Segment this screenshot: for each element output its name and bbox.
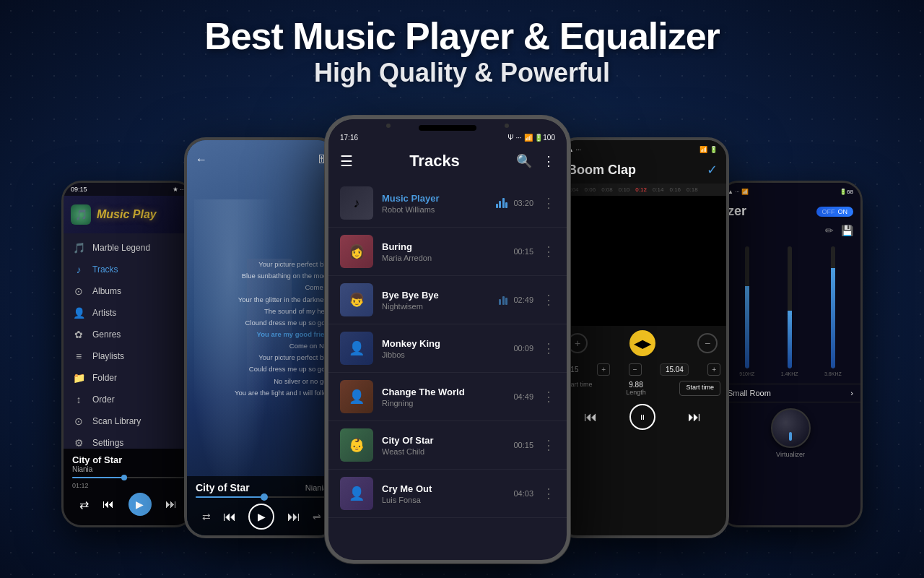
play-button[interactable]: ▶ xyxy=(128,493,152,516)
track-more-4[interactable]: ⋮ xyxy=(542,340,555,356)
search-icon[interactable]: 🔍 xyxy=(516,153,532,169)
sidebar-item-scan[interactable]: ⊙ Scan Library xyxy=(64,410,193,432)
back-button[interactable]: ← xyxy=(196,153,207,166)
next-button[interactable]: ⏭ xyxy=(165,498,177,511)
track-more-2[interactable]: ⋮ xyxy=(542,243,555,259)
slider-thumb-2 xyxy=(788,311,792,315)
scan-icon: ⊙ xyxy=(72,415,85,427)
track-thumb-6: 👶 xyxy=(340,428,373,462)
sidebar-item-albums[interactable]: ⊙ Albums xyxy=(64,280,193,302)
eq-bars-small xyxy=(499,295,507,305)
phone4-status-bar: ▲ ··· 📶 🔋 xyxy=(559,140,726,159)
eq-action-icons: ✏ 💾 xyxy=(720,222,860,239)
time-labels: Start time 9.88 Length Start time xyxy=(559,379,726,398)
sidebar-item-order[interactable]: ↕ Order xyxy=(64,389,193,410)
slider-track-3[interactable] xyxy=(831,246,835,368)
zoom-in-button[interactable]: + xyxy=(567,333,588,353)
preset-chevron-icon: › xyxy=(850,389,853,397)
track-item-5[interactable]: 👤 Change The World Ringning 04:49 ⋮ xyxy=(328,373,567,421)
phone5-status-bar: ▲ ··· 📶 🔋68 xyxy=(720,183,860,201)
main-title: Best Music Player & Equalizer xyxy=(0,14,924,58)
slider-track-2[interactable] xyxy=(788,246,792,368)
prev-button[interactable]: ⏮ xyxy=(103,498,114,511)
hamburger-menu-icon[interactable]: ☰ xyxy=(340,152,353,170)
sidebar-item-tracks[interactable]: ♪ Tracks xyxy=(64,259,193,280)
progress-bar[interactable] xyxy=(72,477,184,478)
track-item-2[interactable]: 👩 Buring Maria Arredon 00:15 ⋮ xyxy=(328,228,567,276)
track-more-3[interactable]: ⋮ xyxy=(542,292,555,308)
track-item-7[interactable]: 👤 Cry Me Out Luis Fonsa 04:03 ⋮ xyxy=(328,470,567,518)
repeat-button[interactable]: ⇄ xyxy=(79,498,89,512)
eq-slider-3_6khz: 3.6KHZ xyxy=(824,246,842,376)
phone-equalizer: ▲ ··· 📶 🔋68 zer OFF ON ✏ 💾 910HZ xyxy=(718,181,863,527)
add-end-time-btn[interactable]: + xyxy=(707,363,720,376)
eq-freq-label-1: 910HZ xyxy=(739,371,754,376)
end-time-input[interactable] xyxy=(660,363,689,376)
minus-time-btn[interactable]: − xyxy=(629,363,642,376)
edit-preset-icon[interactable]: ✏ xyxy=(825,225,834,236)
eq-preset-selector[interactable]: Small Room › xyxy=(720,384,860,402)
phone-tracks: 17:16 Ψ ··· 📶 🔋100 ☰ Tracks 🔍 ⋮ ♪ Music … xyxy=(325,116,570,564)
virtualizer-label: Virtualizer xyxy=(776,451,805,458)
phone1-status-bar: 09:15 ★ ··· xyxy=(64,183,193,196)
slider-track-1[interactable] xyxy=(745,246,749,368)
virtualizer-knob[interactable] xyxy=(771,408,811,448)
phone2-play-btn[interactable]: ▶ xyxy=(248,504,274,530)
phone4-playback-controls: ⏮ ⏸ ⏭ xyxy=(559,398,726,436)
sidebar-item-playlists[interactable]: ≡ Playlists xyxy=(64,345,193,367)
artists-icon: 👤 xyxy=(72,307,85,319)
sidebar-label-albums: Albums xyxy=(92,286,121,296)
phone3-time: 17:16 xyxy=(340,134,358,142)
zoom-out-button[interactable]: − xyxy=(697,333,718,353)
track-name-1: Music Player xyxy=(382,193,487,204)
phone2-shuffle-btn[interactable]: ⇌ xyxy=(313,511,321,522)
phone2-prev-btn[interactable]: ⏮ xyxy=(223,509,236,525)
slider-fill-3 xyxy=(831,271,835,368)
waveform-controls: + ◀▶ − xyxy=(559,326,726,361)
track-item-3[interactable]: 👦 Bye Bye Bye Nightwisem 02:49 ⋮ xyxy=(328,276,567,324)
phone4-prev-btn[interactable]: ⏮ xyxy=(584,410,597,425)
track-more-6[interactable]: ⋮ xyxy=(542,437,555,453)
track-info-3: Bye Bye Bye Nightwisem xyxy=(382,290,490,311)
more-options-icon[interactable]: ⋮ xyxy=(542,153,555,169)
track-duration-2: 00:15 xyxy=(513,247,533,256)
phone2-repeat-btn[interactable]: ⇄ xyxy=(202,511,211,522)
time-current: 01:12 xyxy=(72,482,89,489)
add-time-btn[interactable]: + xyxy=(597,363,610,376)
track-thumb-1: ♪ xyxy=(340,186,373,220)
page-header: Best Music Player & Equalizer High Quali… xyxy=(0,14,924,88)
sidebar-item-genres[interactable]: ✿ Genres xyxy=(64,324,193,345)
eq-slider-910hz: 910HZ xyxy=(739,246,754,376)
track-name-4: Monkey King xyxy=(382,338,505,349)
lyric-line-10: Could dress me up so good xyxy=(232,363,333,375)
track-more-7[interactable]: ⋮ xyxy=(542,486,555,501)
track-thumb-2: 👩 xyxy=(340,235,373,268)
track-duration-1: 03:20 xyxy=(513,199,533,207)
navigate-button[interactable]: ◀▶ xyxy=(629,330,655,356)
track-info-2: Buring Maria Arredon xyxy=(382,241,505,262)
track-item-4[interactable]: 👤 Monkey King Jibbos 00:09 ⋮ xyxy=(328,324,567,373)
marble-icon: 🎵 xyxy=(72,242,85,254)
start-time-button[interactable]: Start time xyxy=(679,381,720,396)
phone4-header: Boom Clap ✓ xyxy=(559,159,726,184)
sidebar-label-genres: Genres xyxy=(92,329,121,340)
track-more-5[interactable]: ⋮ xyxy=(542,389,555,405)
sidebar-item-marble[interactable]: 🎵 Marble Legend xyxy=(64,237,193,259)
phone5-battery: 🔋68 xyxy=(840,189,853,195)
marker-016: 0:16 xyxy=(669,186,681,193)
sidebar-item-folder[interactable]: 📁 Folder xyxy=(64,367,193,389)
phone2-next-btn[interactable]: ⏭ xyxy=(287,509,300,525)
track-item-1[interactable]: ♪ Music Player Robot Williams 03:20 ⋮ xyxy=(328,179,567,228)
waveform-display xyxy=(559,196,726,326)
track-more-1[interactable]: ⋮ xyxy=(542,195,555,211)
track-thumb-7: 👤 xyxy=(340,477,373,510)
sidebar-label-tracks: Tracks xyxy=(92,264,118,275)
phone4-pause-btn[interactable]: ⏸ xyxy=(629,404,655,430)
sidebar-item-artists[interactable]: 👤 Artists xyxy=(64,302,193,324)
sidebar-label-playlists: Playlists xyxy=(92,351,124,361)
save-preset-icon[interactable]: 💾 xyxy=(841,225,853,236)
track-item-6[interactable]: 👶 City Of Star Weast Child 00:15 ⋮ xyxy=(328,421,567,470)
track-duration-5: 04:49 xyxy=(513,392,533,401)
eq-toggle[interactable]: OFF ON xyxy=(816,207,854,217)
phone4-next-btn[interactable]: ⏭ xyxy=(688,410,701,425)
